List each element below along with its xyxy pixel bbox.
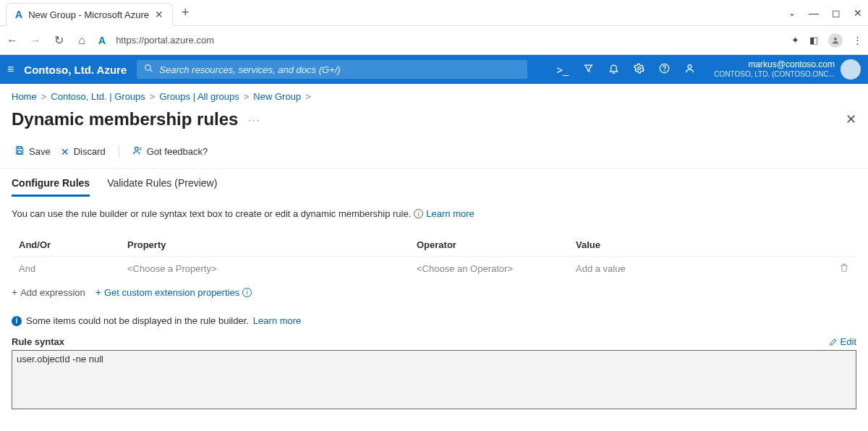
cloud-shell-icon[interactable]: >_ bbox=[556, 64, 569, 76]
discard-button[interactable]: ✕ Discard bbox=[58, 145, 109, 159]
delete-row-icon[interactable] bbox=[820, 263, 849, 275]
close-window-icon[interactable]: ✕ bbox=[854, 7, 862, 19]
close-blade-icon[interactable]: ✕ bbox=[846, 111, 856, 127]
tab-validate-rules[interactable]: Validate Rules (Preview) bbox=[107, 177, 217, 197]
tabs: Configure Rules Validate Rules (Preview) bbox=[0, 168, 868, 197]
search-box[interactable] bbox=[137, 60, 527, 79]
plus-icon: + bbox=[12, 286, 17, 298]
breadcrumb: Home > Contoso, Ltd. | Groups > Groups |… bbox=[0, 84, 868, 109]
value-cell[interactable]: Add a value bbox=[576, 263, 820, 274]
svg-point-6 bbox=[688, 65, 692, 69]
breadcrumb-item[interactable]: New Group bbox=[253, 91, 301, 102]
operator-cell[interactable]: <Choose an Operator> bbox=[417, 263, 576, 274]
feedback-icon[interactable] bbox=[684, 63, 695, 76]
rule-syntax-textarea[interactable]: user.objectId -ne null bbox=[12, 350, 856, 409]
breadcrumb-sep: > bbox=[305, 91, 311, 102]
azure-favicon: A bbox=[15, 9, 22, 20]
breadcrumb-item[interactable]: Home bbox=[12, 91, 37, 102]
feedback-person-icon bbox=[132, 145, 142, 158]
save-icon bbox=[14, 145, 25, 158]
address-bar: ← → ↻ ⌂ A https://portal.azure.com ✦ ◧ ⋮ bbox=[0, 26, 868, 55]
browser-tab[interactable]: A New Group - Microsoft Azure ✕ bbox=[6, 3, 173, 26]
col-operator: Operator bbox=[417, 239, 576, 250]
more-actions-icon[interactable]: ··· bbox=[248, 114, 260, 125]
add-expression-button[interactable]: + Add expression bbox=[12, 286, 85, 298]
andor-cell[interactable]: And bbox=[19, 263, 127, 274]
rule-syntax-section: Rule syntax Edit user.objectId -ne null bbox=[12, 336, 856, 409]
table-row: And <Choose a Property> <Choose an Opera… bbox=[12, 256, 856, 281]
tab-title: New Group - Microsoft Azure bbox=[28, 9, 149, 20]
chevron-down-icon[interactable]: ⌄ bbox=[788, 8, 796, 18]
discard-icon: ✕ bbox=[61, 146, 69, 158]
save-button[interactable]: Save bbox=[12, 144, 54, 159]
toolbar-separator bbox=[119, 145, 119, 158]
breadcrumb-item[interactable]: Groups | All groups bbox=[159, 91, 239, 102]
notifications-icon[interactable] bbox=[608, 63, 619, 76]
user-menu[interactable]: markus@contoso.com CONTOSO, LTD. (CONTOS… bbox=[714, 59, 861, 80]
new-tab-button[interactable]: + bbox=[182, 5, 190, 20]
more-icon[interactable]: ⋮ bbox=[853, 35, 862, 46]
breadcrumb-sep: > bbox=[244, 91, 250, 102]
edit-syntax-button[interactable]: Edit bbox=[829, 336, 856, 347]
description-text: You can use the rule builder or rule syn… bbox=[12, 208, 411, 219]
settings-icon[interactable] bbox=[634, 63, 644, 76]
browser-tab-bar: A New Group - Microsoft Azure ✕ + ⌄ — ◻ … bbox=[0, 0, 868, 26]
user-tenant: CONTOSO, LTD. (CONTOSO.ONC... bbox=[714, 70, 835, 79]
reload-icon[interactable]: ↻ bbox=[52, 33, 65, 47]
content-area: You can use the rule builder or rule syn… bbox=[0, 197, 868, 421]
search-input[interactable] bbox=[159, 64, 520, 75]
description: You can use the rule builder or rule syn… bbox=[12, 208, 856, 219]
add-expression-label: Add expression bbox=[20, 287, 85, 298]
help-icon[interactable] bbox=[659, 63, 670, 76]
profile-icon[interactable] bbox=[828, 33, 843, 48]
svg-line-2 bbox=[150, 69, 152, 72]
svg-point-0 bbox=[834, 38, 837, 40]
rule-syntax-label: Rule syntax bbox=[12, 336, 64, 347]
extensions-icon[interactable]: ✦ bbox=[791, 35, 799, 46]
minimize-icon[interactable]: — bbox=[809, 7, 819, 19]
svg-point-5 bbox=[665, 70, 665, 71]
hamburger-icon[interactable]: ≡ bbox=[7, 63, 14, 76]
property-cell[interactable]: <Choose a Property> bbox=[127, 263, 417, 274]
breadcrumb-item[interactable]: Contoso, Ltd. | Groups bbox=[51, 91, 145, 102]
svg-rect-8 bbox=[18, 151, 22, 154]
feedback-label: Got feedback? bbox=[147, 146, 208, 157]
url-text[interactable]: https://portal.azure.com bbox=[116, 35, 214, 46]
back-icon[interactable]: ← bbox=[6, 34, 19, 47]
user-email: markus@contoso.com bbox=[714, 60, 835, 70]
col-value: Value bbox=[576, 239, 820, 250]
home-icon[interactable]: ⌂ bbox=[75, 34, 88, 47]
search-icon bbox=[144, 64, 153, 75]
save-label: Save bbox=[29, 146, 51, 157]
col-property: Property bbox=[127, 239, 417, 250]
svg-point-1 bbox=[145, 65, 151, 71]
learn-more-link[interactable]: Learn more bbox=[426, 208, 474, 219]
svg-point-9 bbox=[135, 147, 138, 150]
warning-message: i Some items could not be displayed in t… bbox=[12, 315, 856, 326]
portal-brand[interactable]: Contoso, Ltd. Azure bbox=[24, 64, 127, 76]
warning-text: Some items could not be displayed in the… bbox=[26, 315, 249, 326]
filter-icon[interactable] bbox=[583, 63, 594, 76]
table-header-row: And/Or Property Operator Value bbox=[12, 234, 856, 256]
close-tab-icon[interactable]: ✕ bbox=[155, 9, 163, 20]
panel-icon[interactable]: ◧ bbox=[809, 35, 818, 46]
plus-icon: + bbox=[95, 286, 101, 298]
maximize-icon[interactable]: ◻ bbox=[832, 7, 841, 19]
command-bar: Save ✕ Discard Got feedback? bbox=[0, 134, 868, 168]
avatar bbox=[841, 59, 861, 80]
feedback-button[interactable]: Got feedback? bbox=[129, 144, 211, 159]
builder-actions: + Add expression + Get custom extension … bbox=[12, 281, 856, 304]
page-title: Dynamic membership rules bbox=[12, 109, 238, 129]
get-extension-properties-button[interactable]: + Get custom extension properties i bbox=[95, 286, 252, 298]
warning-learn-more-link[interactable]: Learn more bbox=[253, 315, 301, 326]
info-icon[interactable]: i bbox=[414, 209, 423, 218]
info-icon[interactable]: i bbox=[242, 288, 252, 297]
forward-icon[interactable]: → bbox=[29, 34, 42, 47]
discard-label: Discard bbox=[74, 146, 106, 157]
breadcrumb-sep: > bbox=[41, 91, 47, 102]
breadcrumb-sep: > bbox=[150, 91, 156, 102]
site-identity-icon: A bbox=[98, 35, 106, 46]
edit-label: Edit bbox=[841, 336, 856, 347]
svg-point-3 bbox=[638, 67, 641, 70]
tab-configure-rules[interactable]: Configure Rules bbox=[12, 177, 90, 197]
